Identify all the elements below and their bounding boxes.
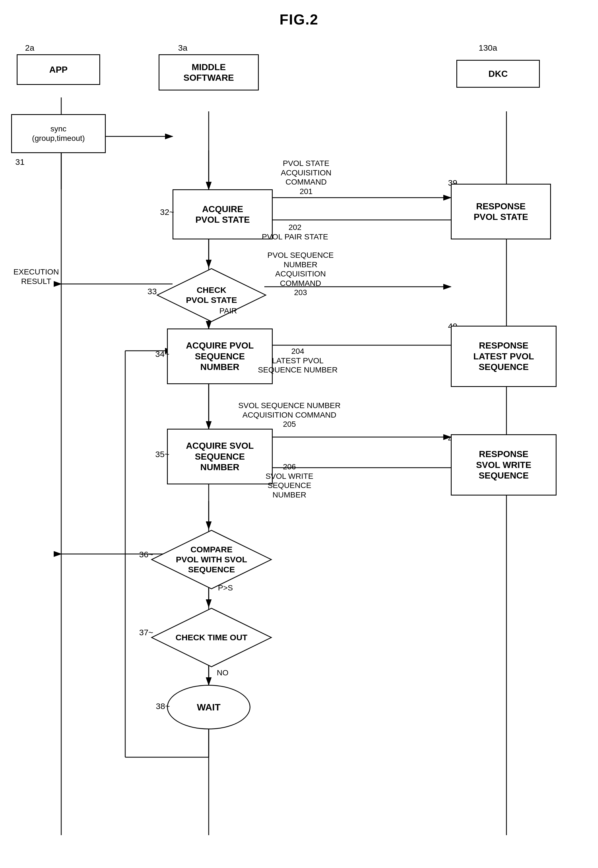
dkc-box: DKC xyxy=(456,60,540,88)
ref-33: 33 xyxy=(148,287,157,296)
svol-write-seq-label: 206SVOL WRITESEQUENCENUMBER xyxy=(250,462,328,500)
compare-pvol-svol-diamond: COMPAREPVOL WITH SVOLSEQUENCE xyxy=(150,529,273,590)
execution-result-label: EXECUTIONRESULT xyxy=(8,267,64,286)
diagram-container: FIG.2 2a 3a 130a APP sync (group,timeout… xyxy=(0,0,598,868)
app-box: APP xyxy=(17,54,100,85)
ref-37: 37~ xyxy=(139,628,153,637)
response-pvol-state-box: RESPONSEPVOL STATE xyxy=(451,184,551,239)
ref-3a: 3a xyxy=(178,43,187,52)
middleware-box: MIDDLE SOFTWARE xyxy=(158,54,259,90)
ref-130a: 130a xyxy=(478,43,497,52)
response-latest-pvol-box: RESPONSELATEST PVOLSEQUENCE xyxy=(451,326,556,387)
ref-34: 34~ xyxy=(155,349,169,359)
sync-box: sync (group,timeout) xyxy=(11,114,106,153)
pvol-seq-acq-cmd-label: PVOL SEQUENCENUMBERACQUISITIONCOMMAND203 xyxy=(259,251,342,297)
check-timeout-diamond: CHECK TIME OUT xyxy=(150,607,273,668)
response-svol-write-box: RESPONSESVOL WRITESEQUENCE xyxy=(451,434,556,495)
ref-31: 31 xyxy=(15,157,24,167)
ref-36: 36~ xyxy=(139,550,153,559)
ref-38: 38~ xyxy=(156,702,170,711)
ref-35: 35~ xyxy=(155,450,169,459)
pair-label: PAIR xyxy=(211,306,245,316)
page-title: FIG.2 xyxy=(280,11,318,28)
pvol-pair-state-label: 202PVOL PAIR STATE xyxy=(256,223,334,241)
no-label: NO xyxy=(211,668,234,678)
ref-2a: 2a xyxy=(25,43,34,52)
pvol-state-acq-cmd-label: PVOL STATEACQUISITIONCOMMAND201 xyxy=(267,159,345,196)
svol-seq-acq-cmd-label: SVOL SEQUENCE NUMBERACQUISITION COMMAND2… xyxy=(236,401,342,429)
ref-32: 32~ xyxy=(160,207,174,217)
p-gt-s-label: P>S xyxy=(211,583,239,593)
latest-pvol-seq-label: 204LATEST PVOLSEQUENCE NUMBER xyxy=(256,347,339,375)
wait-oval: WAIT xyxy=(167,685,250,729)
